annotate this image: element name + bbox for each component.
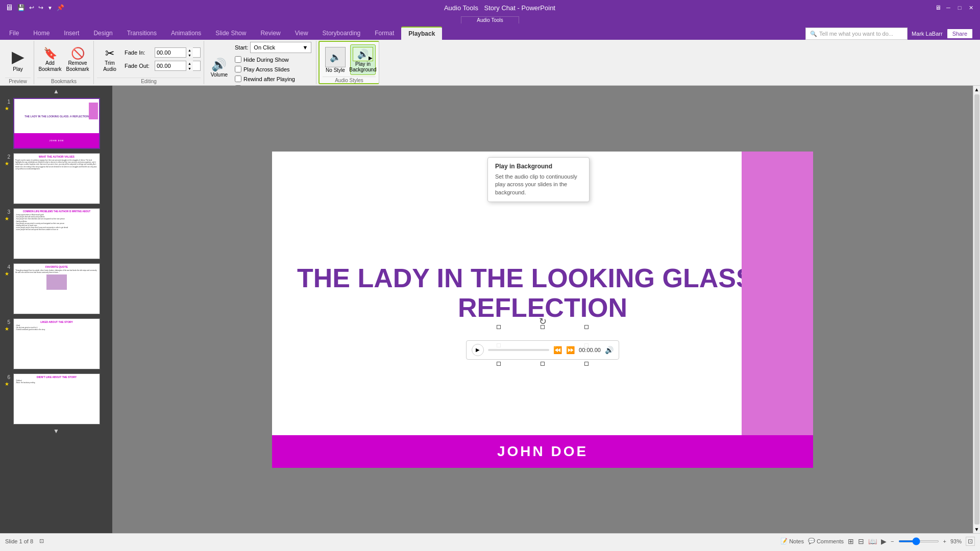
add-bookmark-button[interactable]: 🔖 Add Bookmark (37, 44, 63, 75)
switch-view-btn[interactable]: 🖥 (935, 4, 941, 11)
trim-audio-button[interactable]: ✂ Trim Audio (97, 44, 122, 75)
zoom-in-btn[interactable]: + (943, 538, 946, 544)
comments-btn[interactable]: 💬 Comments (808, 538, 844, 544)
slide-thumb-1[interactable]: 1 ★ THE LADY IN THE LOOKING GLASS: A REF… (2, 97, 110, 150)
scroll-thumb[interactable] (974, 94, 979, 524)
notes-btn[interactable]: 📝 Notes (780, 538, 804, 544)
audio-rewind-btn[interactable]: ⏪ (553, 346, 562, 354)
title-bar-left: 🖥 💾 ↩ ↪ ▼ 📌 (5, 3, 64, 12)
tab-format[interactable]: Format (368, 27, 401, 40)
audio-progress-bar[interactable] (488, 349, 549, 351)
quick-redo[interactable]: ↪ (38, 4, 43, 11)
tab-slideshow[interactable]: Slide Show (208, 27, 253, 40)
slides-scroll-down[interactable]: ▼ (2, 428, 110, 435)
slide-img-3[interactable]: COMMON LIFE PROBLEMS THE AUTHOR IS WRITI… (13, 208, 100, 259)
volume-button[interactable]: 🔊 Volume (209, 56, 230, 80)
slides-scroll-up[interactable]: ▲ (2, 88, 110, 95)
search-input[interactable]: 🔍 Tell me what you want to do... (805, 28, 908, 40)
hide-during-show-checkbox[interactable] (235, 56, 241, 63)
start-dropdown[interactable]: On Click ▼ (250, 42, 311, 53)
tab-storyboarding[interactable]: Storyboarding (315, 27, 368, 40)
tab-design[interactable]: Design (86, 27, 119, 40)
tab-playback[interactable]: Playback (401, 27, 442, 40)
slide-star-2: ★ (5, 161, 9, 166)
slide-sorter-btn[interactable]: ⊟ (858, 537, 864, 545)
audio-volume-btn[interactable]: 🔊 (605, 346, 614, 354)
editing-group: ✂ Trim Audio Fade In: ▲ ▼ Fade Out: (94, 41, 204, 84)
slide-thumb-2[interactable]: 2 ★ WHAT THE AUTHOR VALUES People must b… (2, 152, 110, 205)
slide-thumb-4[interactable]: 4 ★ FAVORITE QUOTE "Strangling stopped f… (2, 262, 110, 315)
tab-view[interactable]: View (288, 27, 315, 40)
play-background-label: Play in Background (349, 61, 376, 72)
play-button[interactable]: ▶ Play (5, 44, 31, 75)
reading-view-btn[interactable]: 📖 (868, 537, 877, 545)
editing-group-inner: ✂ Trim Audio Fade In: ▲ ▼ Fade Out: (97, 42, 201, 78)
minimize-btn[interactable]: ─ (944, 4, 952, 12)
close-btn[interactable]: ✕ (967, 4, 975, 12)
canvas-scrollbar-v[interactable]: ▲ ▼ (973, 86, 980, 533)
fade-out-down[interactable]: ▼ (186, 66, 193, 71)
fade-in-arrows[interactable]: ▲ ▼ (186, 47, 193, 58)
tooltip-body: Set the audio clip to continuously play … (495, 173, 582, 196)
zoom-slider[interactable] (898, 540, 939, 542)
slideshow-btn[interactable]: ▶ (881, 537, 887, 545)
tab-review[interactable]: Review (253, 27, 287, 40)
play-background-icon: 🔊 ▶ (353, 47, 373, 61)
slide-img-6[interactable]: DIDN'T LIKE ABOUT THE STORY - Disliked -… (13, 373, 100, 424)
normal-view-btn[interactable]: ⊞ (848, 537, 854, 545)
remove-bookmark-button[interactable]: 🚫 Remove Bookmark (65, 44, 90, 75)
tab-transitions[interactable]: Transitions (120, 27, 164, 40)
slides-panel: ▲ 1 ★ THE LADY IN THE LOOKING GLASS: A R… (0, 86, 112, 533)
tab-animations[interactable]: Animations (164, 27, 208, 40)
slide-img-4[interactable]: FAVORITE QUOTE "Strangling stopped from … (13, 263, 100, 314)
fade-in-spinbox[interactable]: ▲ ▼ (155, 47, 201, 58)
tab-file[interactable]: File (2, 27, 26, 40)
fade-in-row: Fade In: ▲ ▼ (125, 47, 201, 58)
fade-out-up[interactable]: ▲ (186, 61, 193, 66)
fade-in-up[interactable]: ▲ (186, 47, 193, 53)
trim-audio-icon: ✂ (105, 47, 114, 60)
add-bookmark-label: Add Bookmark (39, 60, 62, 72)
bookmarks-group-label: Bookmarks (37, 78, 90, 84)
slide-img-5[interactable]: LIKED ABOUT THE STORY - Liked - the plot… (13, 318, 100, 369)
fade-in-down[interactable]: ▼ (186, 53, 193, 58)
slide-thumb-5[interactable]: 5 ★ LIKED ABOUT THE STORY - Liked - the … (2, 317, 110, 370)
fade-out-arrows[interactable]: ▲ ▼ (186, 61, 193, 71)
hide-during-show-row[interactable]: Hide During Show (235, 56, 311, 63)
tab-home[interactable]: Home (26, 27, 57, 40)
rewind-after-playing-checkbox[interactable] (235, 76, 241, 82)
scroll-down-btn[interactable]: ▼ (973, 525, 980, 533)
user-name[interactable]: Mark LaBarr (912, 31, 943, 37)
pin-btn[interactable]: 📌 (57, 4, 64, 11)
preview-group-label: Preview (5, 78, 31, 84)
fit-slide-btn[interactable]: ⊡ (966, 537, 975, 546)
play-background-button[interactable]: 🔊 ▶ Play in Background (350, 44, 376, 75)
fade-out-spinbox[interactable]: ▲ ▼ (155, 61, 201, 71)
customize-btn[interactable]: ▼ (47, 5, 53, 11)
slide-thumb-6[interactable]: 6 ★ DIDN'T LIKE ABOUT THE STORY - Dislik… (2, 372, 110, 425)
scroll-up-btn[interactable]: ▲ (973, 86, 980, 93)
maximize-btn[interactable]: □ (955, 4, 964, 12)
tab-insert[interactable]: Insert (57, 27, 86, 40)
start-label: Start: (235, 44, 248, 51)
no-style-button[interactable]: 🔈 No Style (323, 44, 348, 75)
fade-out-input[interactable] (155, 63, 186, 69)
fade-in-input[interactable] (155, 49, 186, 56)
comments-icon: 💬 (808, 538, 815, 544)
fade-in-label: Fade In: (125, 49, 153, 56)
slide-img-2[interactable]: WHAT THE AUTHOR VALUES People must be aw… (13, 153, 100, 204)
slide-img-1[interactable]: THE LADY IN THE LOOKING GLASS: A REFLECT… (13, 98, 100, 149)
slide-thumb-3[interactable]: 3 ★ COMMON LIFE PROBLEMS THE AUTHOR IS W… (2, 207, 110, 260)
rewind-after-playing-row[interactable]: Rewind after Playing (235, 76, 311, 82)
play-across-slides-checkbox[interactable] (235, 66, 241, 72)
zoom-out-btn[interactable]: − (891, 538, 894, 544)
share-button[interactable]: Share (947, 29, 973, 39)
status-bar: Slide 1 of 8 ⊡ 📝 Notes 💬 Comments ⊞ ⊟ 📖 … (0, 533, 980, 548)
play-across-slides-row[interactable]: Play Across Slides (235, 66, 311, 72)
quick-undo[interactable]: ↩ (29, 4, 34, 11)
accessibility-icon[interactable]: ⊡ (39, 538, 44, 544)
audio-forward-btn[interactable]: ⏩ (566, 346, 575, 354)
start-row: Start: On Click ▼ (235, 42, 311, 53)
audio-play-btn[interactable]: ▶ (472, 344, 484, 356)
quick-save[interactable]: 💾 (17, 4, 25, 11)
